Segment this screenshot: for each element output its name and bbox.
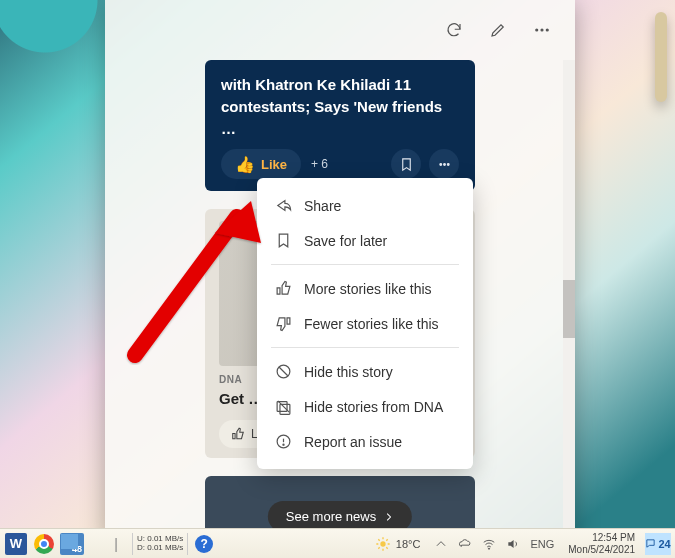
panel-more-button[interactable] [531,19,553,41]
save-button[interactable] [391,149,421,179]
card-context-menu: Share Save for later More stories like t… [257,178,473,469]
menu-label: Fewer stories like this [304,316,439,332]
wifi-icon[interactable] [482,537,496,551]
date-label: Mon/5/24/2021 [568,544,635,556]
desktop-wallpaper: with Khatron Ke Khiladi 11 contestants; … [0,0,675,558]
svg-point-15 [489,548,490,549]
weather-button[interactable]: 18°C [369,536,427,552]
edit-button[interactable] [487,19,509,41]
svg-point-5 [447,163,449,165]
clock[interactable]: 12:54 PM Mon/5/24/2021 [562,532,641,555]
chevron-right-icon [384,512,394,522]
refresh-button[interactable] [443,19,465,41]
panel-header [105,0,575,60]
menu-label: Report an issue [304,434,402,450]
news-card[interactable]: with Khatron Ke Khiladi 11 contestants; … [205,60,475,191]
lang-badge-count: 48 [72,544,82,554]
menu-hide-source[interactable]: Hide stories from DNA [257,389,473,424]
menu-separator [271,264,459,265]
help-icon[interactable]: ? [192,532,216,556]
like-button[interactable]: 👍 Like [221,149,301,179]
notifications-button[interactable]: 24 [645,533,671,555]
network-monitor[interactable]: U: 0.01 MB/s D: 0.01 MB/s [132,533,188,555]
menu-hide-story[interactable]: Hide this story [257,354,473,389]
temp-label: 18°C [396,538,421,550]
svg-point-13 [283,444,284,445]
chrome-app-icon[interactable] [32,532,56,556]
like-label: Like [261,157,287,172]
lang-indicator[interactable]: ENG [530,538,554,550]
card-title: with Khatron Ke Khiladi 11 contestants; … [221,74,459,139]
menu-label: Share [304,198,341,214]
news-widgets-panel: with Khatron Ke Khiladi 11 contestants; … [105,0,575,540]
see-more-label: See more news [286,509,376,524]
notification-icon [645,538,656,549]
menu-label: Hide this story [304,364,393,380]
svg-point-1 [541,29,543,31]
notif-count: 24 [658,538,670,550]
menu-fewer-like-this[interactable]: Fewer stories like this [257,306,473,341]
scrollbar-thumb[interactable] [563,280,575,338]
card-more-button[interactable] [429,149,459,179]
onedrive-icon[interactable] [458,537,472,551]
word-app-icon[interactable]: W [4,532,28,556]
tray-separator: | [104,532,128,556]
svg-rect-11 [280,404,290,414]
sun-icon [375,536,391,552]
system-tray: ENG [426,537,562,551]
menu-save-for-later[interactable]: Save for later [257,223,473,258]
menu-separator [271,347,459,348]
menu-share[interactable]: Share [257,188,473,223]
svg-point-2 [546,29,548,31]
svg-point-14 [380,541,385,546]
taskbar-middle: | U: 0.01 MB/s D: 0.01 MB/s ? [104,532,216,556]
card-actions: 👍 Like + 6 [221,149,459,179]
taskbar: W 48 | U: 0.01 MB/s D: 0.01 MB/s ? 18°C … [0,528,675,558]
menu-more-like-this[interactable]: More stories like this [257,271,473,306]
chevron-up-icon[interactable] [434,537,448,551]
svg-rect-10 [277,402,287,412]
taskbar-apps: W 48 [0,532,84,556]
net-down: D: 0.01 MB/s [137,544,183,552]
menu-label: Save for later [304,233,387,249]
svg-point-3 [439,163,441,165]
lang-badge-icon[interactable]: 48 [60,532,84,556]
svg-point-0 [536,29,538,31]
menu-label: More stories like this [304,281,432,297]
menu-label: Hide stories from DNA [304,399,443,415]
volume-icon[interactable] [506,537,520,551]
menu-report-issue[interactable]: Report an issue [257,424,473,459]
net-up: U: 0.01 MB/s [137,535,183,543]
like-count: + 6 [311,157,328,171]
time-label: 12:54 PM [592,532,635,544]
thumbs-up-icon: 👍 [235,155,255,174]
svg-point-4 [443,163,445,165]
